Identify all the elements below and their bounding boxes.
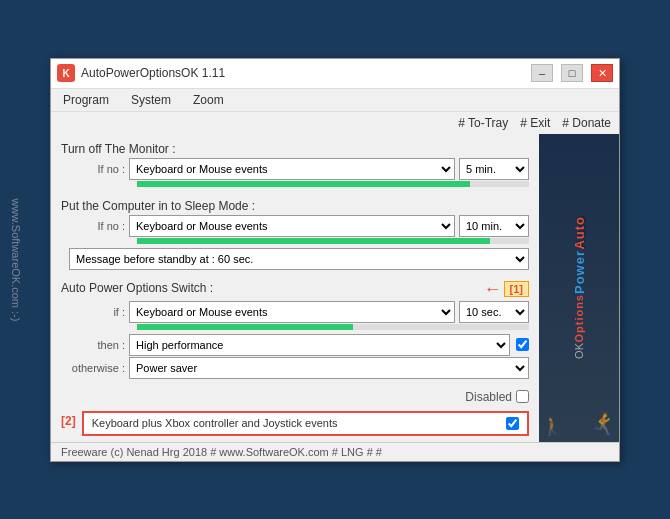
power-label-row: Auto Power Options Switch : ← [1] bbox=[61, 279, 529, 300]
menu-zoom[interactable]: Zoom bbox=[189, 91, 228, 109]
power-section-label: Auto Power Options Switch : bbox=[61, 281, 213, 295]
callout-2: [2] bbox=[61, 414, 76, 428]
monitor-progress-bar bbox=[137, 181, 470, 187]
content-area: Turn off The Monitor : If no : Keyboard … bbox=[51, 134, 619, 442]
power-then-checkbox[interactable] bbox=[516, 338, 529, 351]
power-event-select[interactable]: Keyboard or Mouse events Keyboard Mouse … bbox=[129, 301, 455, 323]
title-bar: K AutoPowerOptionsOK 1.11 – □ ✕ bbox=[51, 59, 619, 89]
maximize-button[interactable]: □ bbox=[561, 64, 583, 82]
status-bar: Freeware (c) Nenad Hrg 2018 # www.Softwa… bbox=[51, 442, 619, 461]
side-panel-power: Power bbox=[572, 250, 587, 294]
sleep-message-row: Message before standby at : 60 sec. Mess… bbox=[69, 248, 529, 270]
main-window: K AutoPowerOptionsOK 1.11 – □ ✕ Program … bbox=[50, 58, 620, 462]
power-progress-bar bbox=[137, 324, 353, 330]
exit-link[interactable]: # Exit bbox=[520, 116, 550, 130]
callout-1: [1] bbox=[504, 281, 529, 297]
main-content: Turn off The Monitor : If no : Keyboard … bbox=[51, 134, 539, 442]
power-time-select[interactable]: 10 sec. 30 sec. 1 min. bbox=[459, 301, 529, 323]
disabled-section: Disabled [2] Keyboard plus Xbox controll… bbox=[61, 390, 529, 436]
xbox-label: Keyboard plus Xbox controller and Joysti… bbox=[92, 417, 338, 429]
power-then-select[interactable]: High performance Balanced Power saver bbox=[129, 334, 510, 356]
power-progress-container bbox=[69, 324, 529, 330]
side-panel-options: Options bbox=[573, 294, 585, 343]
menu-system[interactable]: System bbox=[127, 91, 175, 109]
sleep-ifno-label: If no : bbox=[61, 220, 125, 232]
status-text: Freeware (c) Nenad Hrg 2018 # www.Softwa… bbox=[61, 446, 382, 458]
app-icon: K bbox=[57, 64, 75, 82]
disabled-label: Disabled bbox=[465, 390, 512, 404]
monitor-section: Turn off The Monitor : If no : Keyboard … bbox=[61, 140, 529, 193]
power-otherwise-row: otherwise : Power saver Balanced High pe… bbox=[61, 357, 529, 379]
monitor-time-select[interactable]: 5 min. 10 min. 15 min. bbox=[459, 158, 529, 180]
sleep-progress-bar bbox=[137, 238, 490, 244]
power-otherwise-select[interactable]: Power saver Balanced High performance bbox=[129, 357, 529, 379]
monitor-event-select[interactable]: Keyboard or Mouse events Keyboard Mouse … bbox=[129, 158, 455, 180]
side-panel-auto: Auto bbox=[572, 216, 587, 250]
minimize-button[interactable]: – bbox=[531, 64, 553, 82]
monitor-ifno-label: If no : bbox=[61, 163, 125, 175]
stick-figure-left: 🚶 bbox=[541, 415, 563, 437]
sleep-section-label: Put the Computer in to Sleep Mode : bbox=[61, 199, 529, 213]
monitor-section-label: Turn off The Monitor : bbox=[61, 142, 529, 156]
power-otherwise-label: otherwise : bbox=[61, 362, 125, 374]
window-title: AutoPowerOptionsOK 1.11 bbox=[81, 66, 531, 80]
side-panel: Auto Power Options OK 🏃 🚶 bbox=[539, 134, 619, 442]
close-button[interactable]: ✕ bbox=[591, 64, 613, 82]
window-controls: – □ ✕ bbox=[531, 64, 613, 82]
arrow-icon: ← bbox=[484, 279, 502, 300]
power-then-row: then : High performance Balanced Power s… bbox=[61, 334, 529, 356]
sleep-section: Put the Computer in to Sleep Mode : If n… bbox=[61, 197, 529, 273]
sleep-progress-container bbox=[69, 238, 529, 244]
sleep-message-select[interactable]: Message before standby at : 60 sec. Mess… bbox=[69, 248, 529, 270]
power-progress-bar-bg bbox=[137, 324, 529, 330]
power-if-label: if : bbox=[61, 306, 125, 318]
sleep-progress-bar-bg bbox=[137, 238, 529, 244]
watermark: www.SoftwareOK.com :-) bbox=[10, 198, 22, 321]
xbox-box: Keyboard plus Xbox controller and Joysti… bbox=[82, 411, 529, 436]
menu-bar: Program System Zoom bbox=[51, 89, 619, 112]
monitor-progress-bar-bg bbox=[137, 181, 529, 187]
stick-figure-right: 🏃 bbox=[590, 411, 617, 437]
toolbar: # To-Tray # Exit # Donate bbox=[51, 112, 619, 134]
monitor-row: If no : Keyboard or Mouse events Keyboar… bbox=[61, 158, 529, 180]
power-section: Auto Power Options Switch : ← [1] if : K… bbox=[61, 277, 529, 382]
sleep-event-select[interactable]: Keyboard or Mouse events Keyboard Mouse … bbox=[129, 215, 455, 237]
xbox-checkbox[interactable] bbox=[506, 417, 519, 430]
menu-program[interactable]: Program bbox=[59, 91, 113, 109]
disabled-checkbox[interactable] bbox=[516, 390, 529, 403]
monitor-progress-container bbox=[69, 181, 529, 187]
side-panel-ok: OK bbox=[573, 343, 585, 359]
sleep-row: If no : Keyboard or Mouse events Keyboar… bbox=[61, 215, 529, 237]
donate-link[interactable]: # Donate bbox=[562, 116, 611, 130]
power-then-label: then : bbox=[61, 339, 125, 351]
power-if-row: if : Keyboard or Mouse events Keyboard M… bbox=[61, 301, 529, 323]
sleep-time-select[interactable]: 10 min. 5 min. 15 min. bbox=[459, 215, 529, 237]
to-tray-link[interactable]: # To-Tray bbox=[458, 116, 508, 130]
